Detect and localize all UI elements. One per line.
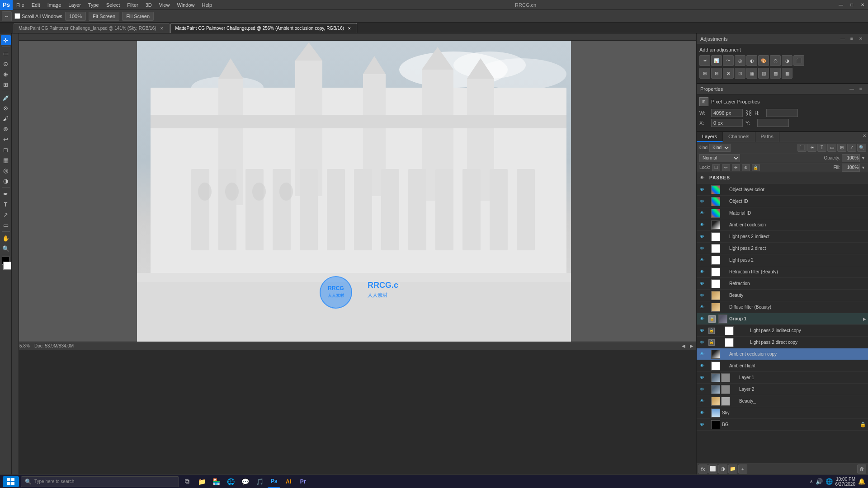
tab-paths[interactable]: Paths: [755, 132, 779, 142]
close-button[interactable]: ✕: [857, 0, 868, 10]
blur-tool[interactable]: ◎: [1, 165, 11, 175]
menu-image[interactable]: Image: [44, 0, 65, 10]
levels-icon[interactable]: 📊: [711, 55, 722, 66]
height-input[interactable]: [766, 109, 798, 117]
vis-refraction-filter[interactable]: 👁: [698, 268, 706, 276]
menu-filter[interactable]: Filter: [123, 0, 142, 10]
layer-item-refraction[interactable]: 👁 Refraction: [697, 278, 868, 290]
lasso-tool[interactable]: ⊙: [1, 59, 11, 69]
layer-new-button[interactable]: +: [738, 465, 747, 474]
document-tab-1[interactable]: MattePaint CG Paintover Challenge_Ian.ps…: [14, 23, 170, 33]
color-lookup-icon[interactable]: ⊟: [711, 68, 722, 79]
adjustments-collapse-icon[interactable]: —: [839, 35, 846, 42]
layer-mask-button[interactable]: ⬜: [708, 465, 717, 474]
menu-window[interactable]: Window: [173, 0, 198, 10]
color-balance-icon[interactable]: ⚖: [770, 55, 781, 66]
width-input[interactable]: [711, 109, 743, 117]
adjustments-panel-header[interactable]: Adjustments — ≡ ✕: [697, 33, 868, 44]
scroll-all-windows-input[interactable]: [14, 13, 20, 19]
gradient-map-icon[interactable]: ▧: [758, 68, 769, 79]
fill-input[interactable]: [842, 164, 860, 172]
selection-tool[interactable]: ▭: [1, 48, 11, 58]
tab1-close-icon[interactable]: ✕: [159, 26, 165, 31]
properties-menu-icon[interactable]: ≡: [857, 85, 864, 93]
link-icon[interactable]: ⛓: [745, 109, 752, 117]
vis-layer2[interactable]: 👁: [698, 386, 706, 393]
eyedropper-tool[interactable]: 💉: [1, 93, 11, 103]
layer-item-diffuse-filter[interactable]: 👁 Diffuse filter (Beauty): [697, 301, 868, 313]
pen-tool[interactable]: ✒: [1, 189, 11, 199]
channel-mixer-icon[interactable]: ⊞: [699, 68, 710, 79]
filter-selected-icon[interactable]: ✓: [847, 144, 856, 152]
zoom-tool[interactable]: 🔍: [1, 244, 11, 253]
move-tool-options[interactable]: ↔: [2, 11, 12, 21]
vis-beauty2[interactable]: 👁: [698, 398, 706, 405]
posterize-icon[interactable]: ⊡: [735, 68, 745, 79]
vis-sky[interactable]: 👁: [698, 409, 706, 417]
vis-layer1[interactable]: 👁: [698, 374, 706, 381]
opacity-down-icon[interactable]: ▼: [861, 156, 865, 160]
vis-ambient-light[interactable]: 👁: [698, 362, 706, 370]
vis-bg[interactable]: 👁: [698, 421, 706, 428]
vis-ambient-occlusion[interactable]: 👁: [698, 221, 706, 229]
filter-type-icon[interactable]: T: [817, 144, 826, 152]
layer-adjustment-button[interactable]: ◑: [718, 465, 727, 474]
selective-color-icon[interactable]: ▨: [770, 68, 781, 79]
vis-material-id[interactable]: 👁: [698, 210, 706, 217]
layer-item-ambient-occlusion-copy[interactable]: 👁 Ambient occlusion copy: [697, 348, 868, 360]
layer-item-ambient-occlusion[interactable]: 👁 Ambient occlusion: [697, 219, 868, 231]
menu-3d[interactable]: 3D: [142, 0, 156, 10]
layer-item-sky[interactable]: 👁 Sky: [697, 407, 868, 419]
layer-item-material-id[interactable]: 👁 Material ID: [697, 207, 868, 219]
bw-icon[interactable]: ◑: [782, 55, 793, 66]
history-brush-tool[interactable]: ↩: [1, 134, 11, 144]
taskbar-network-icon[interactable]: 🌐: [826, 478, 833, 485]
brush-tool[interactable]: 🖌: [1, 113, 11, 123]
search-bar[interactable]: 🔍 Type here to search: [21, 476, 179, 487]
filter-shape-icon[interactable]: ▭: [827, 144, 836, 152]
layer-item-light-pass2-indirect-copy[interactable]: 👁 🔒 Light pass 2 indirect copy: [697, 325, 868, 337]
path-select-tool[interactable]: ↗: [1, 210, 11, 220]
layer-item-refraction-filter[interactable]: 👁 Refraction filter (Beauty): [697, 266, 868, 278]
type-tool[interactable]: T: [1, 199, 11, 209]
filter-adjust-icon[interactable]: ☀: [807, 144, 816, 152]
exposure-icon[interactable]: ◎: [735, 55, 745, 66]
taskbar-task-view[interactable]: ⧉: [181, 475, 193, 488]
layers-panel-close[interactable]: ✕: [861, 132, 868, 139]
layer-item-light-pass2[interactable]: 👁 Light pass 2: [697, 254, 868, 266]
layer-kind-select[interactable]: Kind: [709, 144, 731, 152]
layer-item-ambient-light[interactable]: 👁 Ambient light: [697, 360, 868, 372]
lock-artboards-icon[interactable]: ⊕: [742, 164, 750, 171]
vis-beauty[interactable]: 👁: [698, 292, 706, 299]
vis-group1[interactable]: 👁: [698, 315, 706, 323]
menu-view[interactable]: View: [156, 0, 174, 10]
layer-item-object-id[interactable]: 👁 Object ID: [697, 196, 868, 207]
fill-screen-button[interactable]: Fill Screen: [122, 12, 154, 21]
invert-icon[interactable]: ⊠: [723, 68, 734, 79]
move-tool[interactable]: ✛: [1, 35, 11, 45]
vis-light-pass2-direct[interactable]: 👁: [698, 245, 706, 252]
layer-item-light-pass2-direct[interactable]: 👁 Light pass 2 direct: [697, 243, 868, 254]
hue-sat-icon[interactable]: 🎨: [758, 55, 769, 66]
filter-smart-icon[interactable]: ⊞: [837, 144, 846, 152]
vis-diffuse-filter[interactable]: 👁: [698, 304, 706, 311]
taskbar-explorer[interactable]: 📁: [195, 475, 208, 488]
taskbar-chrome[interactable]: 🌐: [224, 475, 237, 488]
taskbar-illustrator[interactable]: Ai: [282, 475, 295, 488]
group-arrow-icon[interactable]: ▶: [863, 317, 866, 321]
layer-delete-button[interactable]: 🗑: [857, 465, 866, 474]
menu-select[interactable]: Select: [103, 0, 124, 10]
properties-panel-header[interactable]: Properties — ≡: [697, 84, 868, 94]
layer-group-button[interactable]: 📁: [728, 465, 737, 474]
menu-layer[interactable]: Layer: [65, 0, 85, 10]
threshold-icon[interactable]: ▦: [746, 68, 757, 79]
blend-mode-select[interactable]: Normal: [699, 154, 740, 162]
shadows-icon[interactable]: ▩: [782, 68, 793, 79]
layer-item-object-layer-color[interactable]: 👁 Object layer color: [697, 184, 868, 196]
vis-aoc[interactable]: 👁: [698, 351, 706, 358]
layer-item-layer1[interactable]: 👁 Layer 1: [697, 372, 868, 384]
menu-file[interactable]: File: [13, 0, 28, 10]
background-color[interactable]: [3, 262, 11, 270]
zoom-100-button[interactable]: 100%: [65, 12, 86, 21]
quick-select-tool[interactable]: ⊕: [1, 69, 11, 79]
